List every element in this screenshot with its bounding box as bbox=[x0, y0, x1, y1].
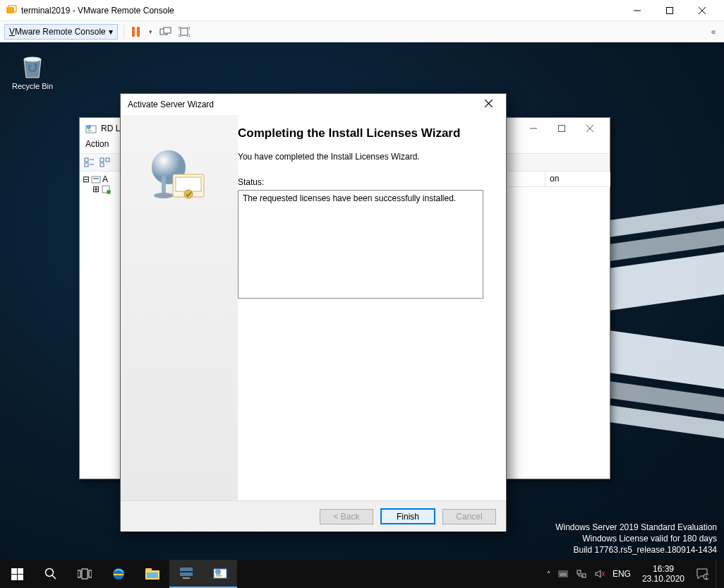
vmware-close-button[interactable] bbox=[686, 0, 718, 21]
taskbar-explorer-icon[interactable] bbox=[135, 560, 169, 588]
svg-rect-52 bbox=[180, 568, 193, 571]
svg-rect-50 bbox=[145, 568, 152, 572]
taskbar-ie-icon[interactable] bbox=[102, 560, 135, 588]
svg-rect-54 bbox=[183, 577, 190, 579]
windows-watermark: Windows Server 2019 Standard Evaluation … bbox=[555, 522, 717, 556]
wizard-close-button[interactable] bbox=[478, 100, 499, 109]
recycle-bin-label: Recycle Bin bbox=[7, 82, 58, 90]
svg-line-44 bbox=[52, 575, 56, 579]
wizard-main-panel: Completing the Install Licenses Wizard Y… bbox=[238, 115, 506, 500]
svg-rect-3 bbox=[667, 7, 673, 13]
vmware-toolbar: VMware Remote Console ▾ ▾ « bbox=[0, 21, 724, 42]
svg-rect-60 bbox=[577, 570, 581, 574]
task-view-button[interactable] bbox=[68, 560, 102, 588]
rd-column-header-right[interactable]: on bbox=[545, 172, 610, 187]
wizard-status-text: The requested licenses have been success… bbox=[243, 193, 456, 203]
svg-rect-19 bbox=[85, 158, 88, 162]
tray-vmware-tools-icon[interactable]: vm bbox=[557, 569, 569, 579]
tray-clock[interactable]: 16:39 23.10.2020 bbox=[638, 564, 689, 584]
svg-rect-42 bbox=[18, 575, 23, 580]
tray-volume-muted-icon[interactable] bbox=[594, 569, 605, 579]
tray-time: 16:39 bbox=[642, 564, 684, 574]
svg-point-11 bbox=[24, 57, 41, 61]
wizard-status-label: Status: bbox=[238, 177, 490, 187]
rd-close-button[interactable] bbox=[576, 118, 604, 139]
wizard-title: Activate Server Wizard bbox=[128, 100, 214, 109]
rd-tool-icon-1[interactable] bbox=[84, 157, 95, 168]
svg-rect-45 bbox=[78, 570, 80, 577]
svg-rect-16 bbox=[559, 126, 565, 132]
svg-rect-51 bbox=[147, 572, 158, 578]
rd-maximize-button[interactable] bbox=[548, 118, 576, 139]
vmware-minimize-button[interactable] bbox=[621, 0, 653, 21]
vmware-titlebar: terminal2019 - VMware Remote Console bbox=[0, 0, 724, 21]
vmware-console-menu[interactable]: VMware Remote Console ▾ bbox=[4, 24, 118, 40]
svg-text:1: 1 bbox=[705, 575, 708, 580]
tray-action-center-icon[interactable]: 1 bbox=[696, 568, 708, 580]
rd-licensing-icon bbox=[85, 123, 97, 134]
watermark-line3: Build 17763.rs5_release.180914-1434 bbox=[555, 544, 717, 556]
svg-rect-46 bbox=[82, 569, 88, 579]
rd-tool-icon-2[interactable] bbox=[99, 157, 111, 168]
svg-rect-10 bbox=[181, 28, 188, 35]
wizard-button-row: < Back Finish Cancel bbox=[121, 500, 506, 532]
fullscreen-icon[interactable] bbox=[178, 25, 191, 38]
pause-button[interactable] bbox=[130, 25, 143, 38]
send-ctrl-alt-del-icon[interactable] bbox=[159, 25, 172, 38]
pause-dropdown-caret-icon[interactable]: ▾ bbox=[148, 25, 154, 38]
tree-root-label: A bbox=[102, 174, 108, 184]
svg-rect-27 bbox=[93, 178, 99, 179]
start-button[interactable] bbox=[0, 560, 34, 588]
rd-window-title: RD L bbox=[101, 124, 120, 133]
vmware-app-icon bbox=[6, 5, 17, 16]
svg-point-29 bbox=[107, 190, 111, 194]
svg-rect-41 bbox=[11, 575, 17, 580]
recycle-bin-desktop-icon[interactable]: Recycle Bin bbox=[7, 51, 58, 90]
wizard-graphic-icon bbox=[147, 143, 211, 207]
svg-rect-14 bbox=[88, 130, 92, 131]
collapse-toolbar-icon[interactable]: « bbox=[707, 25, 720, 38]
svg-point-35 bbox=[154, 193, 174, 198]
svg-point-38 bbox=[184, 190, 193, 198]
svg-rect-24 bbox=[106, 158, 109, 162]
wizard-titlebar[interactable]: Activate Server Wizard bbox=[121, 94, 506, 115]
svg-point-13 bbox=[87, 125, 91, 129]
svg-rect-34 bbox=[162, 176, 166, 194]
svg-rect-6 bbox=[132, 27, 135, 37]
wizard-status-box: The requested licenses have been success… bbox=[238, 190, 483, 299]
system-tray[interactable]: ˄ vm ENG 16:39 23.10.2020 1 bbox=[543, 560, 724, 588]
server-group-icon bbox=[91, 174, 101, 184]
tray-date: 23.10.2020 bbox=[642, 574, 684, 584]
finish-button[interactable]: Finish bbox=[380, 508, 435, 524]
svg-rect-25 bbox=[100, 163, 104, 167]
search-button[interactable] bbox=[34, 560, 68, 588]
svg-rect-53 bbox=[180, 572, 193, 576]
svg-rect-7 bbox=[137, 27, 140, 37]
svg-rect-26 bbox=[92, 176, 100, 183]
wizard-heading: Completing the Install Licenses Wizard bbox=[238, 126, 464, 140]
dropdown-caret-icon: ▾ bbox=[109, 27, 113, 37]
tree-expand-icon[interactable]: ⊞ bbox=[92, 184, 99, 194]
svg-rect-23 bbox=[100, 158, 104, 162]
vmware-maximize-button[interactable] bbox=[653, 0, 686, 21]
tray-up-caret-icon[interactable]: ˄ bbox=[547, 570, 550, 578]
rd-minimize-button[interactable] bbox=[519, 118, 548, 139]
recycle-bin-icon bbox=[18, 51, 47, 80]
server-icon bbox=[101, 184, 111, 194]
taskbar: ˄ vm ENG 16:39 23.10.2020 1 bbox=[0, 560, 724, 588]
watermark-line2: Windows License valid for 180 days bbox=[555, 533, 717, 544]
wizard-side-panel bbox=[121, 115, 238, 500]
tray-network-icon[interactable] bbox=[576, 569, 587, 579]
tree-collapse-icon[interactable]: ⊟ bbox=[83, 174, 90, 184]
show-desktop-button[interactable] bbox=[716, 560, 720, 588]
taskbar-server-manager-icon[interactable] bbox=[169, 560, 203, 588]
vmware-window-title: terminal2019 - VMware Remote Console bbox=[21, 6, 174, 16]
svg-rect-57 bbox=[216, 575, 222, 577]
cancel-button: Cancel bbox=[442, 509, 496, 524]
taskbar-rd-licensing-icon[interactable] bbox=[203, 560, 237, 588]
tray-language-indicator[interactable]: ENG bbox=[613, 569, 631, 579]
svg-rect-39 bbox=[11, 568, 17, 574]
guest-desktop[interactable]: Recycle Bin RD L Action ⊟ A ⊞ bbox=[0, 42, 724, 560]
svg-rect-40 bbox=[18, 568, 23, 574]
svg-point-56 bbox=[215, 569, 221, 575]
